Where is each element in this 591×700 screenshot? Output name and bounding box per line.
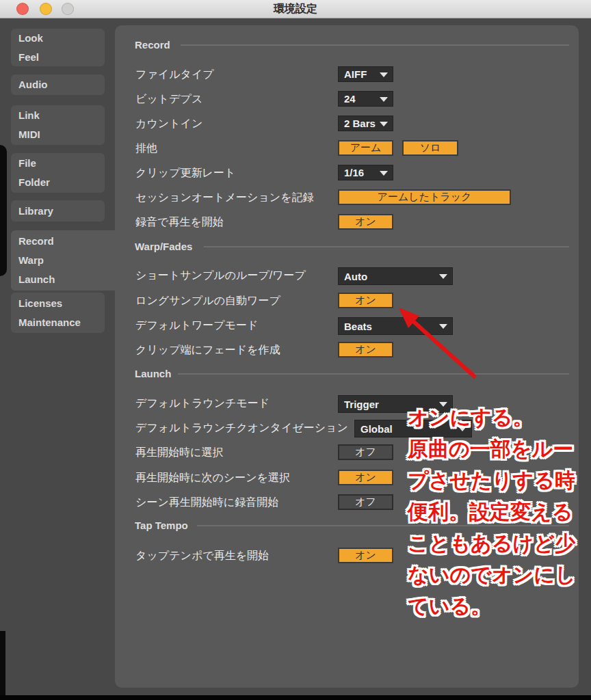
row-default-warp-mode: デフォルトワープモード Beats: [115, 317, 569, 335]
setting-label: 再生開始時に次のシーンを選択: [135, 471, 290, 485]
annotation-line: ている。: [408, 591, 591, 622]
row-record-session-automation: セッションオートメーションを記録 アームしたトラック: [115, 189, 569, 207]
count-in-dropdown[interactable]: 2 Bars: [338, 116, 393, 131]
setting-label: セッションオートメーションを記録: [135, 191, 314, 205]
screen: 環境設定 Look Feel Audio Link MIDI File Fold…: [0, 0, 591, 700]
background-app-sliver: [0, 695, 591, 700]
setting-label: ショートサンプルのループ/ワープ: [135, 269, 306, 283]
tab-label: Maintenance: [18, 313, 105, 332]
setting-label: シーン再生開始時に録音開始: [135, 496, 278, 510]
button-label: オン: [355, 215, 376, 228]
setting-label: デフォルトラウンチクオンタイゼーション: [135, 421, 348, 435]
section-title: Tap Tempo: [135, 520, 188, 531]
dropdown-arrow-icon: [380, 72, 388, 77]
zoom-button[interactable]: [62, 3, 74, 15]
tab-label: Licenses: [18, 294, 105, 313]
create-fades-toggle[interactable]: オン: [338, 342, 393, 358]
setting-label: 排他: [135, 142, 157, 156]
button-label: オン: [355, 294, 376, 307]
section-header-launch: Launch: [115, 368, 569, 381]
exclusive-solo-button[interactable]: ソロ: [402, 140, 458, 156]
setting-label: ファイルタイプ: [135, 68, 214, 82]
clip-update-rate-dropdown[interactable]: 1/16: [338, 165, 393, 180]
sidebar-tab-link-midi[interactable]: Link MIDI: [11, 105, 105, 145]
row-file-type: ファイルタイプ AIFF: [115, 66, 569, 84]
file-type-dropdown[interactable]: AIFF: [338, 66, 393, 82]
dropdown-value: 24: [344, 93, 356, 105]
annotation-line: オンにする。: [408, 402, 591, 433]
button-label: アーム: [350, 142, 382, 154]
auto-warp-long-samples-toggle[interactable]: オン: [338, 293, 393, 308]
dropdown-value: Beats: [344, 321, 372, 332]
row-start-playback-with-record: 録音で再生を開始 オン: [115, 214, 569, 232]
button-label: オン: [355, 549, 376, 562]
section-title: Record: [135, 39, 170, 51]
dropdown-value: 2 Bars: [344, 118, 376, 129]
tab-label: Link: [18, 106, 105, 125]
dropdown-value: Auto: [344, 271, 367, 282]
dropdown-arrow-icon: [439, 324, 447, 329]
button-label: オフ: [355, 446, 376, 459]
annotation-line: ないのでオンにし: [408, 559, 591, 591]
section-divider: [181, 44, 569, 46]
tab-label: MIDI: [18, 125, 105, 144]
button-label: オン: [355, 471, 376, 484]
dropdown-arrow-icon: [380, 171, 388, 176]
row-loop-warp-short-samples: ショートサンプルのループ/ワープ Auto: [115, 267, 569, 285]
sidebar-tab-file-folder[interactable]: File Folder: [11, 153, 105, 193]
tab-label: Library: [18, 202, 105, 221]
row-create-fades: クリップ端にフェードを作成 オン: [115, 342, 569, 360]
dropdown-value: Global: [360, 423, 393, 435]
section-header-warp-fades: Warp/Fades: [115, 241, 569, 254]
button-label: オン: [355, 343, 376, 356]
bit-depth-dropdown[interactable]: 24: [338, 91, 393, 107]
section-divider: [178, 373, 569, 375]
sidebar-tab-look-feel[interactable]: Look Feel: [11, 29, 105, 66]
sidebar-tab-audio[interactable]: Audio: [11, 75, 105, 95]
annotation-line: こともあるけど少: [408, 528, 591, 559]
annotation-line: 便利。設定変える: [408, 496, 591, 528]
annotation-line: プさせたりする時: [408, 465, 591, 496]
start-playback-with-record-toggle[interactable]: オン: [338, 214, 393, 230]
background-app-sliver: [0, 631, 5, 700]
start-playback-with-tap-tempo-toggle[interactable]: オン: [338, 548, 393, 563]
setting-label: カウントイン: [135, 117, 202, 131]
dropdown-value: Trigger: [344, 399, 379, 410]
row-auto-warp-long-samples: ロングサンプルの自動ワープ オン: [115, 293, 569, 310]
select-on-launch-toggle[interactable]: オフ: [338, 444, 393, 460]
exclusive-arm-button[interactable]: アーム: [338, 140, 393, 156]
sidebar-tab-licenses-maintenance[interactable]: Licenses Maintenance: [11, 293, 105, 333]
section-title: Launch: [135, 368, 171, 379]
setting-label: デフォルトラウンチモード: [135, 396, 270, 411]
record-session-automation-button[interactable]: アームしたトラック: [338, 189, 511, 205]
sidebar-tab-library[interactable]: Library: [11, 200, 105, 221]
close-button[interactable]: [16, 3, 29, 15]
default-warp-mode-dropdown[interactable]: Beats: [338, 317, 453, 335]
setting-label: ビットデプス: [135, 92, 202, 107]
setting-label: クリップ更新レート: [135, 166, 235, 180]
tab-label: Feel: [18, 48, 105, 67]
start-recording-on-scene-launch-toggle[interactable]: オフ: [338, 494, 393, 510]
tab-label: File: [18, 154, 105, 173]
tab-label: Audio: [18, 75, 105, 94]
loop-warp-short-samples-dropdown[interactable]: Auto: [338, 267, 453, 285]
select-next-scene-on-launch-toggle[interactable]: オン: [338, 470, 393, 485]
annotation-line: 原曲の一部をルー: [408, 433, 591, 465]
tab-label: Look: [18, 29, 105, 48]
button-label: ソロ: [420, 142, 441, 154]
window-title: 環境設定: [0, 0, 591, 18]
button-label: オフ: [355, 496, 376, 509]
dropdown-value: 1/16: [344, 167, 364, 178]
row-clip-update-rate: クリップ更新レート 1/16: [115, 165, 569, 183]
section-title: Warp/Fades: [135, 241, 192, 252]
setting-label: タップテンポで再生を開始: [135, 549, 269, 563]
row-exclusive: 排他 アーム ソロ: [115, 140, 569, 158]
titlebar: 環境設定: [0, 0, 591, 18]
button-label: アームしたトラック: [378, 191, 472, 204]
dropdown-arrow-icon: [380, 122, 388, 126]
dropdown-arrow-icon: [439, 274, 447, 279]
setting-label: デフォルトワープモード: [135, 319, 258, 333]
minimize-button[interactable]: [40, 3, 52, 15]
row-bit-depth: ビットデプス 24: [115, 91, 569, 109]
tab-label: Folder: [18, 173, 105, 192]
